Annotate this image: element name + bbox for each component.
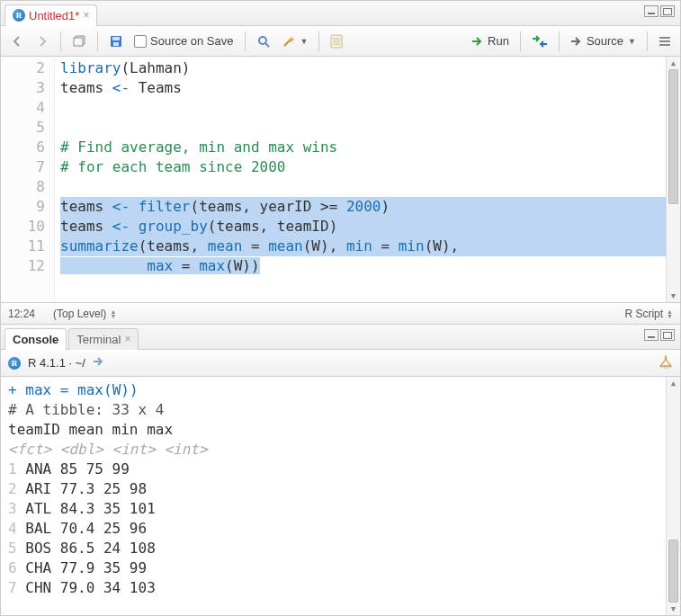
- notebook-icon[interactable]: [327, 31, 346, 52]
- svg-rect-16: [648, 336, 655, 338]
- r-file-icon: R: [13, 9, 25, 22]
- console-output[interactable]: + max = max(W))# A tibble: 33 x 4 teamID…: [1, 377, 680, 615]
- maximize-pane-icon[interactable]: [660, 5, 675, 17]
- scroll-up-icon[interactable]: ▲: [667, 377, 680, 389]
- r-logo-icon: R: [8, 357, 21, 370]
- console-header: R R 4.1.1 · ~/: [1, 350, 680, 377]
- pane-window-buttons: [644, 5, 675, 17]
- outline-icon[interactable]: [655, 31, 675, 52]
- show-in-new-window-icon[interactable]: [68, 31, 90, 52]
- svg-rect-17: [664, 332, 672, 338]
- updown-icon: ▲▼: [667, 309, 673, 318]
- code-area[interactable]: library(Lahman)teams <- Teams# Find aver…: [55, 57, 680, 302]
- scroll-thumb[interactable]: [668, 540, 678, 603]
- history-icon[interactable]: [93, 356, 105, 370]
- source-tab-title: Untitled1*: [29, 9, 79, 22]
- close-icon[interactable]: ×: [124, 333, 130, 345]
- find-icon[interactable]: [253, 31, 274, 52]
- forward-icon[interactable]: [31, 31, 53, 52]
- save-icon[interactable]: [105, 31, 127, 52]
- chevron-down-icon: ▼: [628, 37, 636, 46]
- svg-rect-4: [112, 37, 120, 40]
- code-editor[interactable]: 23456789101112 library(Lahman)teams <- T…: [1, 57, 680, 302]
- console-tab-label: Console: [13, 333, 58, 346]
- svg-line-7: [265, 43, 269, 47]
- minimize-pane-icon[interactable]: [644, 329, 659, 341]
- terminal-tab-label: Terminal: [76, 333, 121, 346]
- maximize-pane-icon[interactable]: [660, 329, 675, 341]
- re-run-icon[interactable]: [528, 31, 551, 52]
- language-label: R Script: [624, 308, 663, 320]
- scroll-up-icon[interactable]: ▲: [667, 57, 680, 69]
- clear-console-icon[interactable]: [659, 354, 673, 371]
- close-icon[interactable]: ×: [83, 9, 89, 22]
- console-tabbar: Console Terminal ×: [1, 325, 680, 350]
- scroll-down-icon[interactable]: ▼: [667, 603, 680, 615]
- source-on-save-label: Source on Save: [150, 34, 234, 48]
- source-toolbar: Source on Save ▼ Run Source ▼: [1, 26, 680, 57]
- pane-window-buttons: [644, 329, 675, 341]
- source-pane: R Untitled1* × Source on: [1, 1, 680, 325]
- run-button[interactable]: Run: [468, 31, 513, 52]
- svg-rect-1: [664, 8, 672, 14]
- console-prompt-info: R 4.1.1 · ~/: [28, 356, 85, 370]
- language-selector[interactable]: R Script ▲▼: [624, 308, 673, 320]
- tab-terminal[interactable]: Terminal ×: [68, 328, 139, 350]
- source-on-save-checkbox[interactable]: Source on Save: [130, 31, 237, 52]
- scope-label: (Top Level): [53, 308, 106, 320]
- source-button[interactable]: Source ▼: [567, 31, 640, 52]
- back-icon[interactable]: [6, 31, 28, 52]
- scroll-thumb[interactable]: [668, 69, 678, 204]
- svg-rect-2: [74, 38, 83, 46]
- source-tab-untitled1[interactable]: R Untitled1* ×: [4, 4, 97, 26]
- console-pane: Console Terminal × R R 4.1.1 · ~/ + max …: [1, 325, 680, 615]
- source-label: Source: [587, 34, 623, 48]
- editor-scrollbar[interactable]: ▲ ▼: [666, 57, 680, 302]
- checkbox-icon: [134, 35, 147, 48]
- run-label: Run: [488, 34, 509, 48]
- cursor-position: 12:24: [8, 308, 53, 320]
- chevron-down-icon: ▼: [300, 37, 309, 46]
- svg-rect-0: [648, 13, 655, 14]
- source-statusbar: 12:24 (Top Level) ▲▼ R Script ▲▼: [1, 302, 680, 324]
- scope-selector[interactable]: (Top Level) ▲▼: [53, 308, 116, 320]
- source-tabbar: R Untitled1* ×: [1, 1, 680, 26]
- minimize-pane-icon[interactable]: [644, 5, 659, 17]
- line-gutter: 23456789101112: [1, 57, 55, 302]
- console-scrollbar[interactable]: ▲ ▼: [666, 377, 680, 615]
- wand-icon[interactable]: ▼: [278, 31, 312, 52]
- tab-console[interactable]: Console: [4, 328, 67, 350]
- svg-point-6: [259, 37, 266, 44]
- updown-icon: ▲▼: [110, 309, 116, 318]
- svg-rect-5: [113, 42, 119, 46]
- scroll-down-icon[interactable]: ▼: [667, 290, 680, 302]
